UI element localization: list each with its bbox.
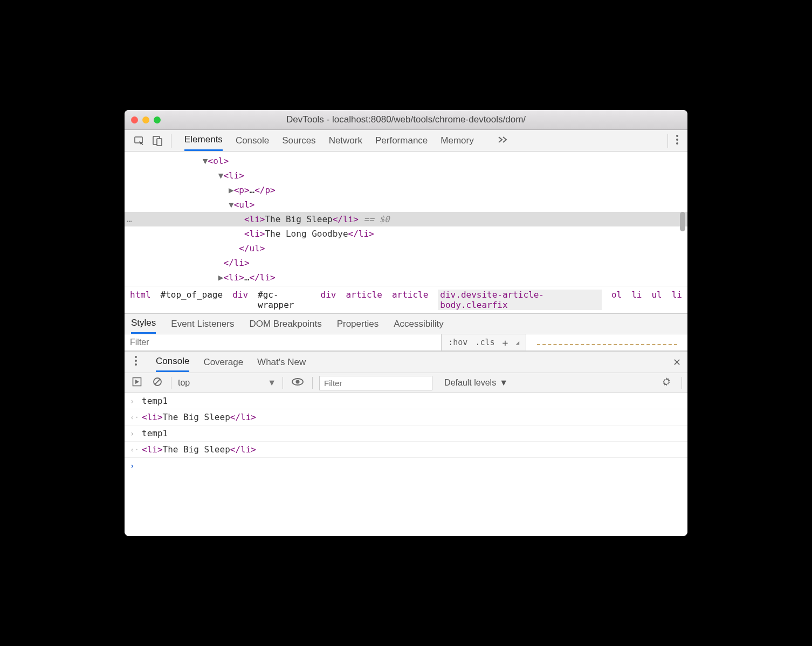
subtab-styles[interactable]: Styles xyxy=(131,314,156,334)
subtab-properties[interactable]: Properties xyxy=(337,315,379,333)
output-arrow-icon: ‹· xyxy=(130,413,142,422)
breadcrumb-item[interactable]: div xyxy=(321,290,336,310)
disclosure-triangle-icon[interactable]: ▼ xyxy=(203,154,208,168)
console-settings-icon[interactable] xyxy=(661,376,672,389)
svg-point-14 xyxy=(665,380,668,383)
close-window-button[interactable] xyxy=(131,116,138,123)
input-arrow-icon: › xyxy=(130,397,142,406)
scrollbar-thumb[interactable] xyxy=(680,212,685,231)
subtab-accessibility[interactable]: Accessibility xyxy=(394,315,444,333)
breadcrumb-item[interactable]: ol xyxy=(611,290,622,310)
device-toggle-icon[interactable] xyxy=(148,132,167,150)
breadcrumb-item[interactable]: #top_of_page xyxy=(161,290,223,310)
window-title: DevTools - localhost:8080/web/tools/chro… xyxy=(286,114,526,125)
dom-tree-line[interactable]: ▶<li>…</li> xyxy=(125,270,687,285)
tab-memory[interactable]: Memory xyxy=(441,131,473,150)
console-filter-input[interactable] xyxy=(319,376,432,390)
breadcrumb-item[interactable]: div.devsite-article-body.clearfix xyxy=(438,290,602,310)
drawer-tabs: Console Coverage What's New ✕ xyxy=(125,351,687,373)
tab-performance[interactable]: Performance xyxy=(375,131,428,150)
dom-tree-line[interactable]: <li>The Big Sleep</li> == $0 xyxy=(125,212,687,226)
drawer-tab-console[interactable]: Console xyxy=(156,352,189,372)
log-levels-selector[interactable]: Default levels ▼ xyxy=(444,378,508,388)
toolbar-separator xyxy=(171,134,171,148)
computed-box-area xyxy=(526,334,687,351)
breadcrumb-item[interactable]: ul xyxy=(651,290,662,310)
tab-elements[interactable]: Elements xyxy=(184,130,223,151)
zoom-window-button[interactable] xyxy=(154,116,161,123)
svg-rect-2 xyxy=(157,139,162,146)
subtab-event-listeners[interactable]: Event Listeners xyxy=(171,315,234,333)
dom-breadcrumb: html#top_of_pagediv#gc-wrapperdivarticle… xyxy=(125,286,687,313)
breadcrumb-item[interactable]: li xyxy=(672,290,682,310)
svg-line-11 xyxy=(155,379,160,384)
drawer-kebab-icon[interactable] xyxy=(131,352,141,372)
inspect-element-icon[interactable] xyxy=(130,132,148,150)
breadcrumb-item[interactable]: li xyxy=(631,290,642,310)
styles-filter-input[interactable] xyxy=(125,334,441,351)
breadcrumb-item[interactable]: html xyxy=(130,290,151,310)
titlebar: DevTools - localhost:8080/web/tools/chro… xyxy=(125,110,687,130)
console-row[interactable]: ›temp1 xyxy=(125,425,687,442)
dom-tree-line[interactable]: </ul> xyxy=(125,241,687,256)
tab-sources[interactable]: Sources xyxy=(282,131,315,150)
dom-tree-line[interactable]: ▶<p>…</p> xyxy=(125,183,687,197)
svg-point-8 xyxy=(135,363,137,366)
dom-tree-line[interactable]: ▼<ul> xyxy=(125,197,687,212)
disclosure-triangle-icon[interactable]: ▶ xyxy=(218,270,224,285)
settings-kebab-icon[interactable] xyxy=(672,131,682,150)
styles-filter-bar: :hov .cls + ◢ xyxy=(125,334,687,351)
svg-point-3 xyxy=(676,135,678,137)
expand-corner-icon[interactable]: ◢ xyxy=(515,339,519,346)
dom-tree-line[interactable]: ▼<ol> xyxy=(125,154,687,168)
breadcrumb-item[interactable]: div xyxy=(232,290,248,310)
live-expression-icon[interactable] xyxy=(290,376,306,389)
toolbar-separator xyxy=(312,377,313,389)
chevron-down-icon: ▼ xyxy=(499,378,508,388)
cls-toggle[interactable]: .cls xyxy=(475,338,494,347)
disclosure-triangle-icon[interactable]: ▶ xyxy=(229,183,234,197)
breadcrumb-item[interactable]: article xyxy=(392,290,428,310)
context-label: top xyxy=(178,378,190,388)
drawer-tab-whats-new[interactable]: What's New xyxy=(257,353,306,372)
output-arrow-icon: ‹· xyxy=(130,445,142,454)
subtab-dom-breakpoints[interactable]: DOM Breakpoints xyxy=(249,315,321,333)
console-output-html: <li>The Big Sleep</li> xyxy=(142,444,256,455)
dom-tree-line[interactable]: </li> xyxy=(125,256,687,270)
console-input-text: temp1 xyxy=(142,428,168,438)
console-input-text: temp1 xyxy=(142,396,168,406)
tab-console[interactable]: Console xyxy=(236,131,269,150)
console-toolbar: top ▼ Default levels ▼ xyxy=(125,373,687,393)
selected-row-gutter-icon[interactable]: … xyxy=(127,212,132,226)
console-row[interactable]: ‹· <li>The Big Sleep</li> xyxy=(125,409,687,425)
new-style-rule-icon[interactable]: + xyxy=(503,337,508,348)
toolbar-separator xyxy=(171,377,171,389)
context-selector[interactable]: top ▼ xyxy=(178,378,276,388)
main-toolbar: Elements Console Sources Network Perform… xyxy=(125,130,687,152)
breadcrumb-item[interactable]: #gc-wrapper xyxy=(258,290,311,310)
console-prompt-icon: › xyxy=(130,462,142,470)
tab-network[interactable]: Network xyxy=(329,131,362,150)
svg-point-13 xyxy=(296,380,300,384)
drawer-tab-coverage[interactable]: Coverage xyxy=(203,353,243,372)
execute-icon[interactable] xyxy=(130,376,144,390)
disclosure-triangle-icon[interactable]: ▼ xyxy=(218,168,224,183)
toolbar-separator xyxy=(668,134,668,148)
drawer-close-icon[interactable]: ✕ xyxy=(673,356,681,368)
disclosure-triangle-icon[interactable]: ▼ xyxy=(229,197,234,212)
console-row[interactable]: ›temp1 xyxy=(125,393,687,409)
console-row[interactable]: ‹· <li>The Big Sleep</li> xyxy=(125,442,687,458)
console-prompt-row[interactable]: › xyxy=(125,458,687,474)
dom-tree-line[interactable]: <li>The Long Goodbye</li> xyxy=(125,226,687,241)
panel-tabs: Elements Console Sources Network Perform… xyxy=(184,130,507,151)
svg-point-6 xyxy=(135,356,137,358)
clear-console-icon[interactable] xyxy=(150,376,164,390)
elements-subtabs: Styles Event Listeners DOM Breakpoints P… xyxy=(125,313,687,334)
box-model-fragment xyxy=(537,344,677,347)
dom-tree-line[interactable]: ▼<li> xyxy=(125,168,687,183)
hov-toggle[interactable]: :hov xyxy=(448,338,467,347)
svg-point-5 xyxy=(676,142,678,145)
breadcrumb-item[interactable]: article xyxy=(346,290,382,310)
more-tabs-icon[interactable] xyxy=(498,136,507,146)
minimize-window-button[interactable] xyxy=(142,116,149,123)
